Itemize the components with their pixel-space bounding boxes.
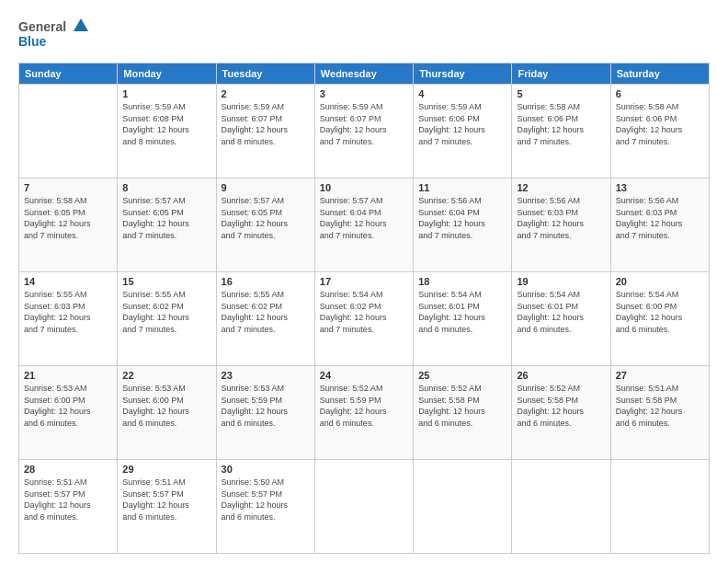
- calendar-cell: 6Sunrise: 5:58 AMSunset: 6:06 PMDaylight…: [610, 85, 709, 178]
- day-info: Sunrise: 5:59 AMSunset: 6:08 PMDaylight:…: [122, 101, 210, 147]
- calendar-cell: 29Sunrise: 5:51 AMSunset: 5:57 PMDayligh…: [118, 460, 216, 554]
- calendar-cell: [19, 85, 118, 178]
- day-info: Sunrise: 5:55 AMSunset: 6:03 PMDaylight:…: [24, 289, 112, 335]
- weekday-header-friday: Friday: [512, 63, 610, 85]
- day-number: 3: [320, 88, 408, 99]
- calendar-table: SundayMondayTuesdayWednesdayThursdayFrid…: [18, 63, 710, 554]
- day-number: 24: [320, 370, 408, 381]
- day-info: Sunrise: 5:59 AMSunset: 6:06 PMDaylight:…: [418, 101, 506, 147]
- day-number: 6: [616, 88, 704, 99]
- day-info: Sunrise: 5:56 AMSunset: 6:04 PMDaylight:…: [418, 195, 506, 241]
- calendar-cell: 22Sunrise: 5:53 AMSunset: 6:00 PMDayligh…: [118, 366, 216, 460]
- calendar-cell: 17Sunrise: 5:54 AMSunset: 6:02 PMDayligh…: [314, 272, 413, 366]
- day-info: Sunrise: 5:51 AMSunset: 5:58 PMDaylight:…: [616, 383, 704, 429]
- weekday-header-thursday: Thursday: [414, 63, 512, 85]
- day-number: 14: [24, 276, 112, 287]
- day-info: Sunrise: 5:55 AMSunset: 6:02 PMDaylight:…: [222, 289, 310, 335]
- calendar-cell: 21Sunrise: 5:53 AMSunset: 6:00 PMDayligh…: [19, 366, 118, 460]
- weekday-header-wednesday: Wednesday: [314, 63, 413, 85]
- day-info: Sunrise: 5:58 AMSunset: 6:05 PMDaylight:…: [24, 195, 112, 241]
- day-number: 19: [517, 276, 605, 287]
- day-info: Sunrise: 5:59 AMSunset: 6:07 PMDaylight:…: [222, 101, 310, 147]
- day-info: Sunrise: 5:58 AMSunset: 6:06 PMDaylight:…: [517, 101, 605, 147]
- calendar-week-5: 28Sunrise: 5:51 AMSunset: 5:57 PMDayligh…: [19, 460, 710, 554]
- day-info: Sunrise: 5:54 AMSunset: 6:00 PMDaylight:…: [616, 289, 704, 335]
- calendar-cell: 9Sunrise: 5:57 AMSunset: 6:05 PMDaylight…: [216, 178, 314, 272]
- calendar-week-2: 7Sunrise: 5:58 AMSunset: 6:05 PMDaylight…: [19, 178, 710, 272]
- calendar-header-row: SundayMondayTuesdayWednesdayThursdayFrid…: [19, 63, 710, 85]
- calendar-cell: 19Sunrise: 5:54 AMSunset: 6:01 PMDayligh…: [512, 272, 610, 366]
- day-number: 10: [320, 182, 408, 193]
- day-info: Sunrise: 5:58 AMSunset: 6:06 PMDaylight:…: [616, 101, 704, 147]
- calendar-cell: [314, 460, 413, 554]
- day-number: 20: [616, 276, 704, 287]
- calendar-cell: 23Sunrise: 5:53 AMSunset: 5:59 PMDayligh…: [216, 366, 314, 460]
- calendar-cell: 13Sunrise: 5:56 AMSunset: 6:03 PMDayligh…: [610, 178, 709, 272]
- day-number: 22: [122, 370, 210, 381]
- calendar-cell: 7Sunrise: 5:58 AMSunset: 6:05 PMDaylight…: [19, 178, 118, 272]
- weekday-header-tuesday: Tuesday: [216, 63, 314, 85]
- day-info: Sunrise: 5:50 AMSunset: 5:57 PMDaylight:…: [222, 477, 310, 523]
- calendar-cell: 8Sunrise: 5:57 AMSunset: 6:05 PMDaylight…: [118, 178, 216, 272]
- day-info: Sunrise: 5:51 AMSunset: 5:57 PMDaylight:…: [122, 477, 210, 523]
- header: General Blue: [18, 17, 710, 53]
- weekday-header-saturday: Saturday: [610, 63, 709, 85]
- logo-svg: General Blue: [18, 17, 92, 53]
- day-info: Sunrise: 5:56 AMSunset: 6:03 PMDaylight:…: [616, 195, 704, 241]
- svg-text:Blue: Blue: [18, 34, 47, 49]
- day-info: Sunrise: 5:51 AMSunset: 5:57 PMDaylight:…: [24, 477, 112, 523]
- calendar-cell: 15Sunrise: 5:55 AMSunset: 6:02 PMDayligh…: [118, 272, 216, 366]
- day-info: Sunrise: 5:57 AMSunset: 6:05 PMDaylight:…: [122, 195, 210, 241]
- day-info: Sunrise: 5:56 AMSunset: 6:03 PMDaylight:…: [517, 195, 605, 241]
- calendar-cell: 11Sunrise: 5:56 AMSunset: 6:04 PMDayligh…: [414, 178, 512, 272]
- logo: General Blue: [18, 17, 92, 53]
- day-info: Sunrise: 5:53 AMSunset: 5:59 PMDaylight:…: [222, 383, 310, 429]
- day-info: Sunrise: 5:54 AMSunset: 6:02 PMDaylight:…: [320, 289, 408, 335]
- day-number: 29: [122, 464, 210, 475]
- day-number: 25: [418, 370, 506, 381]
- day-number: 23: [222, 370, 310, 381]
- day-number: 9: [222, 182, 310, 193]
- calendar-cell: 1Sunrise: 5:59 AMSunset: 6:08 PMDaylight…: [118, 85, 216, 178]
- calendar-cell: 3Sunrise: 5:59 AMSunset: 6:07 PMDaylight…: [314, 85, 413, 178]
- day-info: Sunrise: 5:52 AMSunset: 5:58 PMDaylight:…: [418, 383, 506, 429]
- day-info: Sunrise: 5:53 AMSunset: 6:00 PMDaylight:…: [122, 383, 210, 429]
- day-info: Sunrise: 5:52 AMSunset: 5:58 PMDaylight:…: [517, 383, 605, 429]
- day-number: 26: [517, 370, 605, 381]
- calendar-week-3: 14Sunrise: 5:55 AMSunset: 6:03 PMDayligh…: [19, 272, 710, 366]
- weekday-header-monday: Monday: [118, 63, 216, 85]
- day-number: 5: [517, 88, 605, 99]
- calendar-cell: 14Sunrise: 5:55 AMSunset: 6:03 PMDayligh…: [19, 272, 118, 366]
- day-number: 21: [24, 370, 112, 381]
- calendar-week-1: 1Sunrise: 5:59 AMSunset: 6:08 PMDaylight…: [19, 85, 710, 178]
- day-number: 15: [122, 276, 210, 287]
- calendar-cell: 27Sunrise: 5:51 AMSunset: 5:58 PMDayligh…: [610, 366, 709, 460]
- page: General Blue SundayMondayTuesdayWednesda…: [0, 0, 728, 563]
- day-info: Sunrise: 5:57 AMSunset: 6:05 PMDaylight:…: [222, 195, 310, 241]
- day-number: 12: [517, 182, 605, 193]
- calendar-cell: 24Sunrise: 5:52 AMSunset: 5:59 PMDayligh…: [314, 366, 413, 460]
- day-number: 17: [320, 276, 408, 287]
- svg-text:General: General: [18, 19, 66, 34]
- day-number: 2: [222, 88, 310, 99]
- day-info: Sunrise: 5:54 AMSunset: 6:01 PMDaylight:…: [418, 289, 506, 335]
- calendar-cell: 10Sunrise: 5:57 AMSunset: 6:04 PMDayligh…: [314, 178, 413, 272]
- svg-marker-1: [74, 18, 88, 31]
- day-info: Sunrise: 5:53 AMSunset: 6:00 PMDaylight:…: [24, 383, 112, 429]
- weekday-header-sunday: Sunday: [19, 63, 118, 85]
- day-number: 30: [222, 464, 310, 475]
- day-info: Sunrise: 5:57 AMSunset: 6:04 PMDaylight:…: [320, 195, 408, 241]
- day-number: 13: [616, 182, 704, 193]
- day-number: 1: [122, 88, 210, 99]
- calendar-cell: [512, 460, 610, 554]
- day-number: 16: [222, 276, 310, 287]
- day-number: 7: [24, 182, 112, 193]
- day-info: Sunrise: 5:54 AMSunset: 6:01 PMDaylight:…: [517, 289, 605, 335]
- calendar-cell: [610, 460, 709, 554]
- day-info: Sunrise: 5:52 AMSunset: 5:59 PMDaylight:…: [320, 383, 408, 429]
- calendar-week-4: 21Sunrise: 5:53 AMSunset: 6:00 PMDayligh…: [19, 366, 710, 460]
- day-number: 4: [418, 88, 506, 99]
- day-number: 11: [418, 182, 506, 193]
- day-info: Sunrise: 5:59 AMSunset: 6:07 PMDaylight:…: [320, 101, 408, 147]
- calendar-cell: 16Sunrise: 5:55 AMSunset: 6:02 PMDayligh…: [216, 272, 314, 366]
